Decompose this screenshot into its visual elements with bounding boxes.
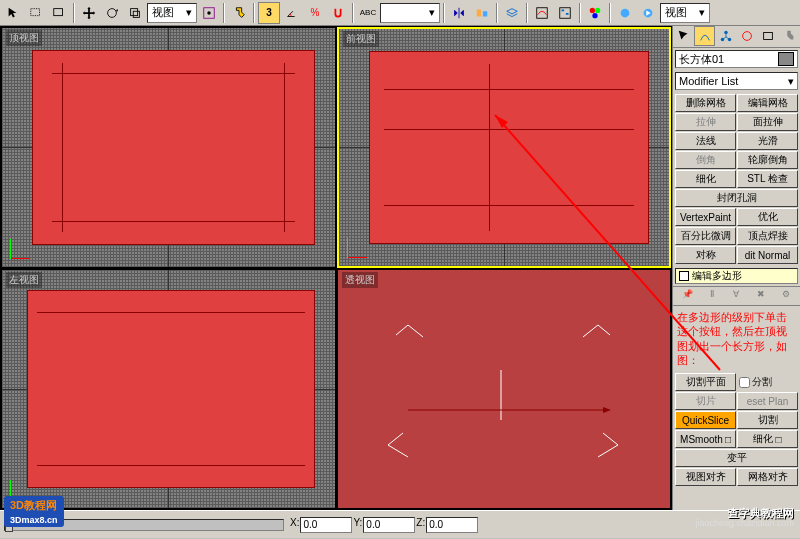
viewport-perspective[interactable]: 透视图 — [337, 269, 672, 510]
command-panel: 长方体01 Modifier List ▾ 删除网格 编辑网格 拉伸 面拉伸 法… — [672, 26, 800, 510]
modifier-list-label: Modifier List — [679, 75, 738, 87]
percent-adjust-button[interactable]: 百分比微调 — [675, 227, 736, 245]
angle-snap-tool[interactable] — [281, 2, 303, 24]
schematic-tool[interactable] — [554, 2, 576, 24]
separator — [352, 3, 354, 23]
cut-button[interactable]: 切割 — [737, 411, 798, 429]
axis-gizmo-icon — [10, 229, 40, 259]
object-color-swatch[interactable] — [778, 52, 794, 66]
coord-x-input[interactable] — [300, 517, 352, 533]
svg-rect-0 — [31, 8, 40, 15]
vertex-paint-button[interactable]: VertexPaint — [675, 208, 736, 226]
svg-rect-8 — [483, 11, 487, 16]
viewport-label: 前视图 — [343, 31, 379, 47]
modify-tab[interactable] — [694, 26, 715, 46]
svg-point-2 — [108, 8, 117, 17]
stack-toggle-icon[interactable] — [679, 271, 689, 281]
svg-rect-24 — [764, 33, 773, 40]
coord-z-input[interactable] — [426, 517, 478, 533]
named-sel-tool[interactable]: ABC — [357, 2, 379, 24]
select-tool[interactable] — [2, 2, 24, 24]
slice-plane-button[interactable]: 切割平面 — [675, 373, 736, 391]
tessellate2-button[interactable]: 细化□ — [737, 430, 798, 448]
move-tool[interactable] — [78, 2, 100, 24]
object-box[interactable] — [32, 50, 315, 245]
msmooth-button[interactable]: MSmooth□ — [675, 430, 736, 448]
percent-snap-tool[interactable]: % — [304, 2, 326, 24]
configure-sets-icon[interactable]: ⚙ — [779, 289, 793, 303]
normal-button[interactable]: 法线 — [675, 132, 736, 150]
viewport-front[interactable]: 前视图 — [337, 27, 672, 268]
mirror-tool[interactable] — [448, 2, 470, 24]
coord-y-input[interactable] — [363, 517, 415, 533]
utilities-tab[interactable] — [779, 26, 800, 46]
render-view-dropdown[interactable]: 视图▾ — [660, 3, 710, 23]
pin-stack-icon[interactable]: 📌 — [680, 289, 694, 303]
coord-display: X: Y: Z: — [290, 517, 478, 533]
quick-render-tool[interactable] — [637, 2, 659, 24]
edit-mesh-button[interactable]: 编辑网格 — [737, 94, 798, 112]
viewport-left[interactable]: 左视图 — [1, 269, 336, 510]
object-box[interactable] — [369, 51, 650, 244]
curve-editor-tool[interactable] — [531, 2, 553, 24]
chamfer-button[interactable]: 倒角 — [675, 151, 736, 169]
remove-modifier-icon[interactable]: ✖ — [754, 289, 768, 303]
coord-system-dropdown[interactable]: 视图▾ — [147, 3, 197, 23]
viewport-top[interactable]: 顶视图 — [1, 27, 336, 268]
separator — [609, 3, 611, 23]
svg-point-13 — [590, 7, 595, 12]
layers-tool[interactable] — [501, 2, 523, 24]
quickslice-button[interactable]: QuickSlice — [675, 411, 736, 429]
scale-tool[interactable] — [124, 2, 146, 24]
rect-select-tool[interactable] — [25, 2, 47, 24]
panel-tabs — [673, 26, 800, 48]
motion-tab[interactable] — [737, 26, 758, 46]
tessellate-button[interactable]: 细化 — [675, 170, 736, 188]
show-end-result-icon[interactable]: Ⅱ — [705, 289, 719, 303]
outline-chamfer-button[interactable]: 轮廓倒角 — [737, 151, 798, 169]
axis-gizmo-icon — [347, 228, 377, 258]
modifier-stack-item[interactable]: 编辑多边形 — [675, 268, 798, 284]
rotate-tool[interactable] — [101, 2, 123, 24]
main-toolbar: 视图▾ 3 % ABC ▾ 视图▾ — [0, 0, 800, 26]
object-name-field[interactable]: 长方体01 — [675, 50, 798, 68]
separator — [73, 3, 75, 23]
svg-rect-11 — [562, 9, 565, 11]
manipulate-tool[interactable] — [228, 2, 250, 24]
align-tool[interactable] — [471, 2, 493, 24]
smooth-button[interactable]: 光滑 — [737, 132, 798, 150]
svg-rect-10 — [560, 7, 571, 18]
watermark-left: 3D教程网 3Dmax8.cn — [4, 496, 64, 527]
optimize-button[interactable]: 优化 — [737, 208, 798, 226]
svg-rect-12 — [566, 13, 569, 15]
display-tab[interactable] — [758, 26, 779, 46]
vert-weld-button[interactable]: 顶点焊接 — [737, 227, 798, 245]
snap-toggle[interactable]: 3 — [258, 2, 280, 24]
grid-align-button[interactable]: 网格对齐 — [737, 468, 798, 486]
extrude-button[interactable]: 拉伸 — [675, 113, 736, 131]
face-extrude-button[interactable]: 面拉伸 — [737, 113, 798, 131]
dropdown-label: 视图 — [665, 5, 687, 20]
named-selection-dropdown[interactable]: ▾ — [380, 3, 440, 23]
pivot-tool[interactable] — [198, 2, 220, 24]
delete-mesh-button[interactable]: 删除网格 — [675, 94, 736, 112]
view-align-button[interactable]: 视图对齐 — [675, 468, 736, 486]
symmetry-button[interactable]: 对称 — [675, 246, 736, 264]
window-crossing-tool[interactable] — [48, 2, 70, 24]
hierarchy-tab[interactable] — [715, 26, 736, 46]
split-checkbox[interactable] — [739, 377, 750, 388]
create-tab[interactable] — [673, 26, 694, 46]
slice-button[interactable]: 切片 — [675, 392, 736, 410]
edit-normal-button[interactable]: dit Normal — [737, 246, 798, 264]
stl-check-button[interactable]: STL 检查 — [737, 170, 798, 188]
make-planar-button[interactable]: 变平 — [675, 449, 798, 467]
reset-plane-button[interactable]: eset Plan — [737, 392, 798, 410]
cap-holes-button[interactable]: 封闭孔洞 — [675, 189, 798, 207]
render-tool[interactable] — [614, 2, 636, 24]
svg-point-15 — [592, 13, 597, 18]
snap-magnet-tool[interactable] — [327, 2, 349, 24]
make-unique-icon[interactable]: ∀ — [729, 289, 743, 303]
object-box[interactable] — [27, 290, 315, 489]
modifier-list-dropdown[interactable]: Modifier List ▾ — [675, 72, 798, 90]
material-editor-tool[interactable] — [584, 2, 606, 24]
